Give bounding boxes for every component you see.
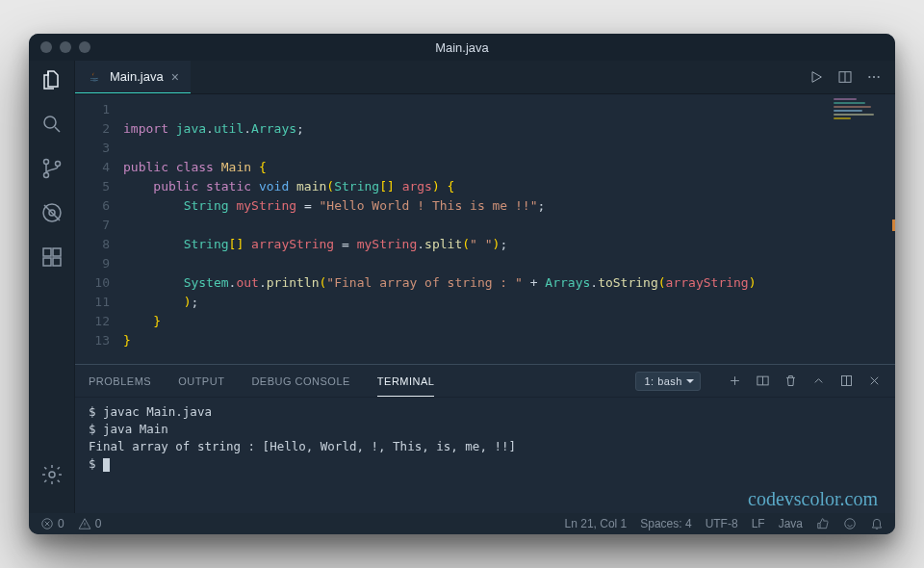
svg-rect-9	[53, 258, 61, 266]
debug-icon[interactable]	[40, 201, 64, 224]
ellipsis-icon[interactable]	[866, 69, 882, 85]
svg-rect-6	[43, 248, 51, 256]
tab-label: Main.java	[110, 69, 164, 84]
terminal-selector[interactable]: 1: bash	[635, 372, 701, 391]
app-window: Main.java Main.java ×	[29, 34, 895, 534]
split-icon[interactable]	[837, 69, 853, 85]
window-controls	[29, 41, 90, 53]
code-area[interactable]: import java.util.Arrays; public class Ma…	[123, 94, 895, 364]
smile-icon[interactable]	[843, 517, 857, 530]
activity-bar	[29, 61, 75, 513]
maximize-icon[interactable]	[839, 374, 854, 388]
thumbs-up-icon[interactable]	[816, 517, 830, 530]
tab-main-java[interactable]: Main.java ×	[75, 61, 191, 93]
svg-point-0	[44, 116, 56, 128]
close-icon[interactable]	[867, 374, 882, 388]
main-area: Main.java × 12345678910111213 import jav…	[29, 61, 895, 513]
tab-debug-console[interactable]: DEBUG CONSOLE	[251, 367, 349, 396]
status-language[interactable]: Java	[779, 517, 803, 530]
warning-icon	[78, 517, 91, 530]
terminal-cursor	[103, 458, 110, 472]
play-icon[interactable]	[808, 69, 824, 85]
tab-bar: Main.java ×	[75, 61, 895, 94]
svg-point-1	[43, 160, 48, 165]
status-cursor[interactable]: Ln 21, Col 1	[565, 517, 628, 530]
status-eol[interactable]: LF	[752, 517, 765, 530]
trash-icon[interactable]	[783, 374, 798, 388]
branch-icon[interactable]	[40, 157, 64, 180]
svg-point-2	[43, 173, 48, 178]
bell-icon[interactable]	[870, 517, 884, 530]
svg-point-14	[878, 76, 880, 78]
status-indent[interactable]: Spaces: 4	[640, 517, 691, 530]
svg-point-13	[873, 76, 875, 78]
files-icon[interactable]	[40, 68, 64, 91]
status-encoding[interactable]: UTF-8	[706, 517, 738, 530]
plus-icon[interactable]	[728, 374, 742, 388]
titlebar: Main.java	[29, 34, 895, 61]
svg-point-3	[55, 162, 60, 167]
split-icon[interactable]	[756, 374, 770, 388]
tab-problems[interactable]: PROBLEMS	[89, 367, 151, 396]
svg-point-18	[845, 519, 856, 529]
minimize-window[interactable]	[60, 41, 71, 53]
status-warnings[interactable]: 0	[78, 517, 102, 530]
search-icon[interactable]	[40, 113, 64, 136]
code-editor[interactable]: 12345678910111213 import java.util.Array…	[75, 94, 895, 364]
status-bar: 0 0 Ln 21, Col 1 Spaces: 4 UTF-8 LF Java	[29, 513, 895, 534]
watermark: codevscolor.com	[748, 490, 878, 507]
status-errors[interactable]: 0	[40, 517, 64, 530]
svg-point-12	[868, 76, 870, 78]
window-title: Main.java	[29, 40, 895, 55]
error-icon	[40, 517, 54, 530]
editor-group: Main.java × 12345678910111213 import jav…	[75, 61, 895, 513]
close-window[interactable]	[40, 41, 52, 53]
overview-ruler-marker	[892, 219, 895, 231]
bottom-panel: PROBLEMS OUTPUT DEBUG CONSOLE TERMINAL 1…	[75, 364, 895, 513]
svg-rect-8	[43, 258, 51, 266]
gear-icon[interactable]	[40, 463, 64, 486]
close-icon[interactable]: ×	[171, 69, 179, 85]
svg-rect-7	[53, 248, 61, 256]
panel-tab-bar: PROBLEMS OUTPUT DEBUG CONSOLE TERMINAL 1…	[75, 365, 895, 398]
terminal-view[interactable]: $ javac Main.java $ java Main Final arra…	[75, 398, 895, 513]
extensions-icon[interactable]	[40, 245, 64, 269]
tab-terminal[interactable]: TERMINAL	[377, 367, 435, 397]
minimap[interactable]	[834, 98, 891, 127]
chevron-up-icon[interactable]	[811, 374, 826, 388]
tab-output[interactable]: OUTPUT	[178, 367, 224, 396]
editor-actions	[808, 61, 895, 93]
svg-point-10	[49, 472, 55, 478]
zoom-window[interactable]	[79, 41, 90, 53]
line-gutter: 12345678910111213	[75, 94, 123, 364]
java-file-icon	[87, 69, 102, 85]
